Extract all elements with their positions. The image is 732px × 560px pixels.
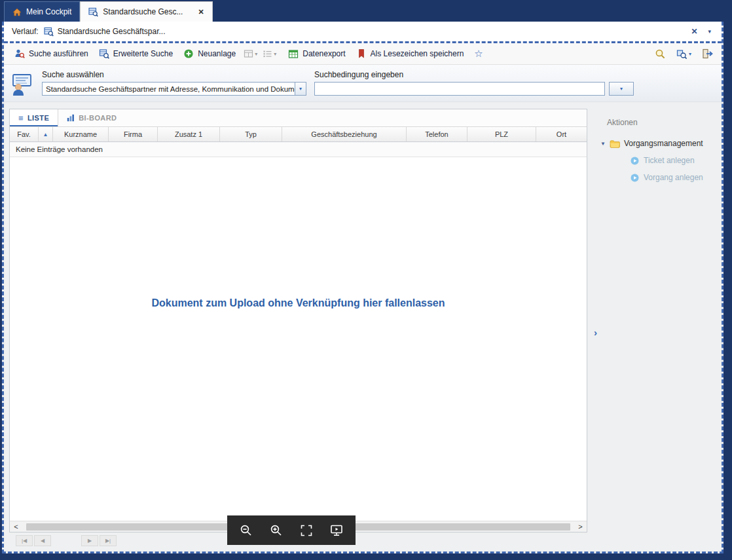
column-header-geschaeftsbeziehung[interactable]: Geschäftsbeziehung	[282, 127, 407, 141]
bar-chart-icon	[67, 114, 75, 122]
document-drop-zone[interactable]: Dokument zum Upload ohne Verknüpfung hie…	[10, 157, 587, 521]
app-frame: Verlauf: Standardsuche Geschäftspar... ✕…	[2, 22, 723, 553]
history-item[interactable]: Standardsuche Geschäftspar...	[44, 27, 166, 37]
column-header-zusatz1[interactable]: Zusatz 1	[158, 127, 220, 141]
view-layout-button-disabled[interactable]: ▾	[241, 45, 260, 62]
column-header-kurzname[interactable]: Kurzname	[53, 127, 109, 141]
search-condition-label: Suchbedingung eingeben	[314, 70, 634, 79]
column-header-plz[interactable]: PLZ	[467, 127, 536, 141]
view-tab-bar: ≡ LISTE BI-BOARD	[10, 109, 587, 127]
history-close-icon[interactable]: ✕	[688, 26, 700, 37]
actions-tree: ▼ Vorgangsmanagement Ticket anlegen	[587, 139, 722, 182]
presentation-icon	[329, 523, 344, 538]
chevron-down-icon[interactable]: ▾	[295, 83, 306, 95]
list-icon	[263, 49, 272, 58]
fullscreen-button[interactable]	[295, 519, 318, 542]
column-header-sort[interactable]: ▲	[39, 127, 53, 141]
search-table-icon	[88, 7, 98, 17]
capture-frame: Verlauf: Standardsuche Geschäftspar... ✕…	[2, 22, 723, 553]
action-ticket-anlegen[interactable]: Ticket anlegen	[631, 156, 722, 165]
chevron-down-icon: ▾	[274, 51, 276, 57]
presentation-button[interactable]	[325, 519, 348, 542]
action-label: Vorgang anlegen	[644, 173, 703, 182]
advanced-search-icon	[99, 48, 109, 59]
column-header-fav[interactable]: Fav.	[10, 127, 39, 141]
tab-bi-board-label: BI-BOARD	[79, 114, 117, 122]
column-header-telefon[interactable]: Telefon	[407, 127, 467, 141]
action-label: Ticket anlegen	[644, 156, 695, 165]
action-vorgang-anlegen[interactable]: Vorgang anlegen	[631, 173, 722, 182]
result-box: ≡ LISTE BI-BOARD Fav. ▲	[9, 109, 587, 532]
search-selection-panel: Suche auswählen Standardsuche Geschäftsp…	[4, 65, 722, 102]
zoom-out-icon	[239, 523, 253, 538]
first-page-button[interactable]: |◀	[16, 535, 33, 546]
chevron-down-icon: ▾	[620, 86, 623, 92]
search-options-icon	[676, 48, 687, 60]
next-page-button[interactable]: ▶	[81, 535, 98, 546]
list-view-icon: ≡	[18, 113, 24, 123]
bookmark-icon	[356, 48, 367, 59]
tab-mein-cockpit[interactable]: Mein Cockpit	[4, 1, 80, 22]
column-header-firma[interactable]: Firma	[109, 127, 158, 141]
search-select-group: Suche auswählen Standardsuche Geschäftsp…	[42, 70, 306, 102]
data-export-button[interactable]: Datenexport	[283, 45, 350, 62]
chevron-down-icon: ▾	[255, 51, 257, 57]
scroll-right-icon[interactable]: >	[577, 523, 584, 531]
advanced-search-label: Erweiterte Suche	[113, 49, 173, 58]
actions-panel-title: Aktionen	[607, 118, 722, 127]
quick-search-icon[interactable]	[655, 48, 666, 60]
panel-collapse-icon[interactable]: ›	[594, 327, 597, 338]
search-select-value: Standardsuche Geschäftspartner mit Adres…	[43, 85, 295, 93]
search-options-button[interactable]: ▾	[674, 45, 694, 62]
actions-panel: › Aktionen ▼ Vorgangsmanagement Ti	[587, 109, 722, 551]
result-area: ≡ LISTE BI-BOARD Fav. ▲	[9, 109, 587, 551]
scroll-left-icon[interactable]: <	[12, 523, 20, 531]
tab-close-icon[interactable]: ✕	[198, 8, 204, 16]
table-icon	[244, 49, 253, 58]
history-label: Verlauf:	[12, 27, 39, 36]
run-search-button[interactable]: Suche ausführen	[9, 45, 94, 62]
tab-liste[interactable]: ≡ LISTE	[10, 109, 58, 126]
plus-circle-icon	[183, 48, 194, 59]
history-item-label: Standardsuche Geschäftspar...	[58, 27, 166, 36]
run-search-label: Suche ausführen	[29, 49, 88, 58]
data-export-label: Datenexport	[302, 49, 345, 58]
column-header-typ[interactable]: Typ	[220, 127, 282, 141]
view-list-button-disabled[interactable]: ▾	[260, 45, 279, 62]
tab-label: Standardsuche Gesc...	[103, 7, 183, 16]
search-select-label: Suche auswählen	[42, 70, 306, 79]
tab-standardsuche[interactable]: Standardsuche Gesc... ✕	[80, 1, 212, 22]
folder-icon	[610, 140, 620, 148]
tab-liste-label: LISTE	[27, 114, 49, 122]
last-page-button[interactable]: ▶|	[100, 535, 117, 546]
drop-zone-message: Dokument zum Upload ohne Verknüpfung hie…	[151, 297, 445, 309]
search-condition-input[interactable]	[314, 82, 605, 96]
tree-group-label: Vorgangsmanagement	[624, 139, 703, 148]
advanced-search-button[interactable]: Erweiterte Suche	[94, 45, 178, 62]
history-bar: Verlauf: Standardsuche Geschäftspar... ✕…	[4, 22, 722, 43]
play-circle-icon	[631, 157, 639, 165]
person-search-icon	[14, 48, 25, 59]
exit-icon[interactable]	[702, 48, 714, 59]
zoom-in-button[interactable]	[265, 519, 287, 542]
previous-page-button[interactable]: ◀	[34, 535, 51, 546]
history-dropdown-icon[interactable]: ▾	[705, 27, 714, 36]
expander-icon[interactable]: ▼	[600, 141, 606, 147]
new-record-label: Neuanlage	[198, 49, 236, 58]
search-condition-group: Suchbedingung eingeben ▾	[314, 70, 634, 102]
save-bookmark-button[interactable]: Als Lesezeichen speichern	[351, 45, 469, 62]
fullscreen-icon	[299, 523, 314, 538]
tab-bi-board[interactable]: BI-BOARD	[58, 109, 125, 126]
search-table-icon	[44, 27, 54, 37]
search-select-dropdown[interactable]: Standardsuche Geschäftspartner mit Adres…	[42, 82, 306, 96]
favorite-star-icon[interactable]: ☆	[469, 48, 488, 60]
chevron-down-icon: ▾	[689, 51, 691, 57]
column-header-ort[interactable]: Ort	[536, 127, 587, 141]
condition-dropdown-button[interactable]: ▾	[609, 82, 634, 96]
table-header: Fav. ▲ Kurzname Firma Zusatz 1 Typ Gesch…	[10, 127, 587, 142]
save-bookmark-label: Als Lesezeichen speichern	[371, 49, 464, 58]
home-icon	[12, 8, 22, 16]
new-record-button[interactable]: Neuanlage	[178, 45, 241, 62]
zoom-out-button[interactable]	[235, 519, 257, 542]
tree-group-vorgangsmanagement[interactable]: ▼ Vorgangsmanagement	[600, 139, 722, 148]
